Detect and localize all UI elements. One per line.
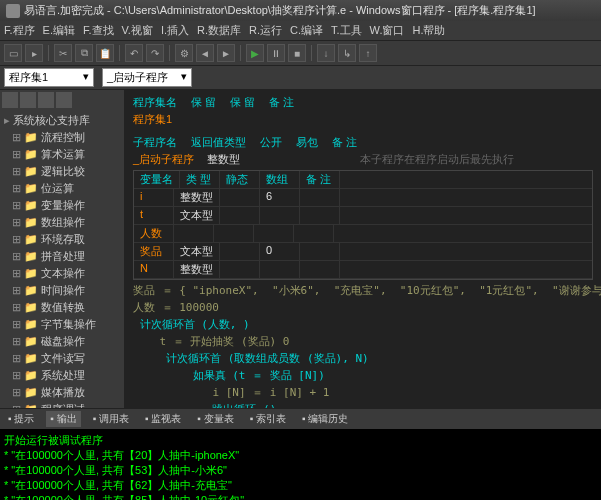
sub-name: _启动子程序 bbox=[133, 153, 194, 165]
menu-item[interactable]: I.插入 bbox=[161, 23, 189, 38]
subprogram-dropdown[interactable]: _启动子程序▾ bbox=[102, 68, 192, 87]
output-tab[interactable]: ▪ 监视表 bbox=[141, 411, 185, 427]
tree-item[interactable]: 📁 环境存取 bbox=[2, 231, 122, 248]
sidetab-3[interactable] bbox=[38, 92, 54, 108]
menu-item[interactable]: R.运行 bbox=[249, 23, 282, 38]
output-tab[interactable]: ▪ 提示 bbox=[4, 411, 38, 427]
copy-icon[interactable]: ⧉ bbox=[75, 44, 93, 62]
title-text: 易语言.加密完成 - C:\Users\Administrator\Deskto… bbox=[24, 3, 536, 18]
output-line: * "在100000个人里, 共有【62】人抽中-充电宝" bbox=[4, 478, 597, 493]
var-row[interactable]: 人数 bbox=[134, 225, 592, 243]
menu-item[interactable]: F.程序 bbox=[4, 23, 35, 38]
menu-item[interactable]: E.编辑 bbox=[43, 23, 75, 38]
code-line[interactable]: 奖品 ＝ { "iphoneX", "小米6", "充电宝", "10元红包",… bbox=[129, 282, 597, 299]
output-tabs: ▪ 提示▪ 输出▪ 调用表▪ 监视表▪ 变量表▪ 索引表▪ 编辑历史 bbox=[0, 408, 601, 429]
tree-root[interactable]: 系统核心支持库 bbox=[2, 112, 122, 129]
var-row[interactable]: t文本型 bbox=[134, 207, 592, 225]
sidetab-2[interactable] bbox=[20, 92, 36, 108]
run-icon[interactable]: ▶ bbox=[246, 44, 264, 62]
tree-item[interactable]: 📁 字节集操作 bbox=[2, 316, 122, 333]
tree-item[interactable]: 📁 时间操作 bbox=[2, 282, 122, 299]
undo-icon[interactable]: ↶ bbox=[125, 44, 143, 62]
new-icon[interactable]: ▭ bbox=[4, 44, 22, 62]
cut-icon[interactable]: ✂ bbox=[54, 44, 72, 62]
output-tab[interactable]: ▪ 输出 bbox=[46, 411, 80, 427]
menu-item[interactable]: R.数据库 bbox=[197, 23, 241, 38]
dropdown-bar: 程序集1▾ _启动子程序▾ bbox=[0, 66, 601, 90]
output-line: 开始运行被调试程序 bbox=[4, 433, 597, 448]
output-line: * "在100000个人里, 共有【53】人抽中-小米6" bbox=[4, 463, 597, 478]
var-row[interactable]: 奖品文本型0 bbox=[134, 243, 592, 261]
titlebar: 易语言.加密完成 - C:\Users\Administrator\Deskto… bbox=[0, 0, 601, 21]
sidebar: 系统核心支持库📁 流程控制📁 算术运算📁 逻辑比较📁 位运算📁 变量操作📁 数组… bbox=[0, 90, 125, 408]
output-tab[interactable]: ▪ 变量表 bbox=[193, 411, 237, 427]
output-tab[interactable]: ▪ 索引表 bbox=[246, 411, 290, 427]
tool-icon[interactable]: ⚙ bbox=[175, 44, 193, 62]
output-line: * "在100000个人里, 共有【85】人抽中-10元红包" bbox=[4, 493, 597, 500]
menu-item[interactable]: T.工具 bbox=[331, 23, 362, 38]
stop-icon[interactable]: ■ bbox=[288, 44, 306, 62]
menu-item[interactable]: W.窗口 bbox=[370, 23, 405, 38]
var-row[interactable]: N整数型 bbox=[134, 261, 592, 279]
tree-item[interactable]: 📁 位运算 bbox=[2, 180, 122, 197]
menu-item[interactable]: F.查找 bbox=[83, 23, 114, 38]
code-line[interactable]: i [N] ＝ i [N] + 1 bbox=[129, 384, 597, 401]
code-line[interactable]: 计次循环首 (取数组成员数 (奖品), N) bbox=[129, 350, 597, 367]
assembly-dropdown[interactable]: 程序集1▾ bbox=[4, 68, 94, 87]
menu-item[interactable]: C.编译 bbox=[290, 23, 323, 38]
sidetab-4[interactable] bbox=[56, 92, 72, 108]
next-icon[interactable]: ► bbox=[217, 44, 235, 62]
tree-item[interactable]: 📁 算术运算 bbox=[2, 146, 122, 163]
tree-item[interactable]: 📁 变量操作 bbox=[2, 197, 122, 214]
tree-item[interactable]: 📁 系统处理 bbox=[2, 367, 122, 384]
tree-item[interactable]: 📁 磁盘操作 bbox=[2, 333, 122, 350]
code-line[interactable]: 人数 ＝ 100000 bbox=[129, 299, 597, 316]
code-line[interactable]: 计次循环首 (人数, ) bbox=[129, 316, 597, 333]
output-line: * "在100000个人里, 共有【20】人抽中-iphoneX" bbox=[4, 448, 597, 463]
code-line[interactable]: 如果真 (t ＝ 奖品 [N]) bbox=[129, 367, 597, 384]
open-icon[interactable]: ▸ bbox=[25, 44, 43, 62]
output-tab[interactable]: ▪ 调用表 bbox=[89, 411, 133, 427]
menu-item[interactable]: V.视窗 bbox=[122, 23, 153, 38]
tree-item[interactable]: 📁 数组操作 bbox=[2, 214, 122, 231]
step-icon[interactable]: ↓ bbox=[317, 44, 335, 62]
variable-table: 变量名类 型静态数组备 注 i整数型6t文本型人数奖品文本型0N整数型 bbox=[133, 170, 593, 280]
app-icon bbox=[6, 4, 20, 18]
toolbar: ▭ ▸ ✂ ⧉ 📋 ↶ ↷ ⚙ ◄ ► ▶ ⏸ ■ ↓ ↳ ↑ bbox=[0, 41, 601, 66]
redo-icon[interactable]: ↷ bbox=[146, 44, 164, 62]
output-tab[interactable]: ▪ 编辑历史 bbox=[298, 411, 352, 427]
tree-item[interactable]: 📁 逻辑比较 bbox=[2, 163, 122, 180]
code-editor[interactable]: 程序集名保 留保 留备 注 程序集1 子程序名返回值类型公开易包备 注 _启动子… bbox=[125, 90, 601, 408]
menubar: F.程序E.编辑F.查找V.视窗I.插入R.数据库R.运行C.编译T.工具W.窗… bbox=[0, 21, 601, 41]
tree-item[interactable]: 📁 文件读写 bbox=[2, 350, 122, 367]
menu-item[interactable]: H.帮助 bbox=[412, 23, 445, 38]
step2-icon[interactable]: ↳ bbox=[338, 44, 356, 62]
tree-item[interactable]: 📁 文本操作 bbox=[2, 265, 122, 282]
tree-item[interactable]: 📁 数值转换 bbox=[2, 299, 122, 316]
code-line[interactable]: 跳出循环 () bbox=[129, 401, 597, 408]
paste-icon[interactable]: 📋 bbox=[96, 44, 114, 62]
output-panel[interactable]: 开始运行被调试程序* "在100000个人里, 共有【20】人抽中-iphone… bbox=[0, 429, 601, 500]
tree-item[interactable]: 📁 程序调试 bbox=[2, 401, 122, 408]
code-line[interactable]: t ＝ 开始抽奖 (奖品) 0 bbox=[129, 333, 597, 350]
sidetab-1[interactable] bbox=[2, 92, 18, 108]
library-tree: 系统核心支持库📁 流程控制📁 算术运算📁 逻辑比较📁 位运算📁 变量操作📁 数组… bbox=[0, 110, 124, 408]
prev-icon[interactable]: ◄ bbox=[196, 44, 214, 62]
step3-icon[interactable]: ↑ bbox=[359, 44, 377, 62]
pause-icon[interactable]: ⏸ bbox=[267, 44, 285, 62]
var-row[interactable]: i整数型6 bbox=[134, 189, 592, 207]
tree-item[interactable]: 📁 媒体播放 bbox=[2, 384, 122, 401]
tree-item[interactable]: 📁 流程控制 bbox=[2, 129, 122, 146]
assembly-name: 程序集1 bbox=[133, 113, 172, 125]
tree-item[interactable]: 📁 拼音处理 bbox=[2, 248, 122, 265]
